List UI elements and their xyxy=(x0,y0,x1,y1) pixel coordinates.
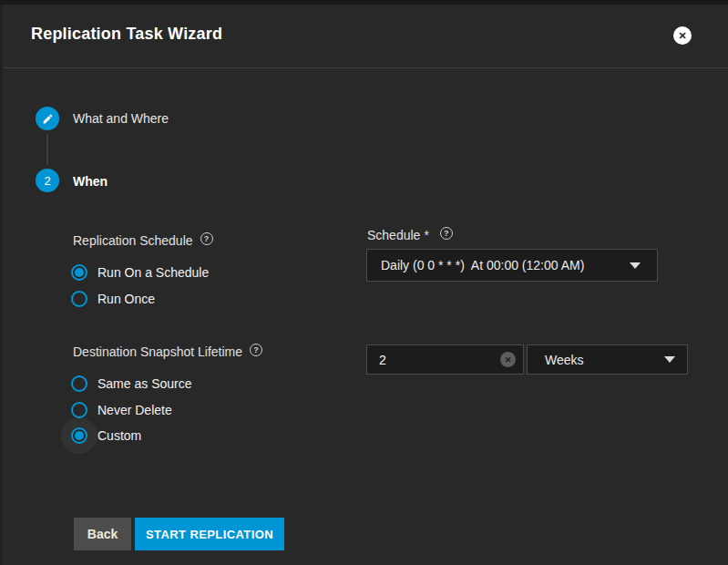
back-button[interactable]: Back xyxy=(74,518,131,550)
radio-button-icon[interactable] xyxy=(71,427,87,444)
radio-button-icon[interactable] xyxy=(71,402,87,418)
schedule-label: Schedule xyxy=(367,228,420,242)
header-divider xyxy=(4,67,728,68)
circle-clear-icon: ✕ xyxy=(505,355,512,365)
clear-input-button[interactable]: ✕ xyxy=(500,352,516,367)
radio-same-as-source[interactable]: Same as Source xyxy=(71,375,192,392)
start-replication-button[interactable]: START REPLICATION xyxy=(135,518,284,550)
lifetime-label: Destination Snapshot Lifetime xyxy=(73,344,242,359)
radio-run-once[interactable]: Run Once xyxy=(71,291,155,307)
window-left-edge xyxy=(0,5,3,565)
radio-run-once-label: Run Once xyxy=(97,292,155,306)
lifetime-value-field: ✕ xyxy=(366,344,524,375)
step-2-number: 2 xyxy=(44,174,50,188)
lifetime-unit-value: Weeks xyxy=(545,353,664,367)
pencil-edit-icon xyxy=(42,113,54,125)
radio-never-delete[interactable]: Never Delete xyxy=(71,402,172,418)
help-outline-icon[interactable]: ? xyxy=(200,232,213,245)
page-title: Replication Task Wizard xyxy=(31,25,222,44)
step-1-indicator[interactable] xyxy=(36,107,59,130)
window-top-edge xyxy=(0,0,728,5)
radio-button-icon[interactable] xyxy=(71,291,87,307)
stepper-connector xyxy=(46,134,48,165)
close-icon: ✕ xyxy=(678,31,686,41)
lifetime-value-input[interactable] xyxy=(379,353,500,367)
schedule-label-row: Schedule * ? xyxy=(367,228,453,242)
radio-same-as-source-label: Same as Source xyxy=(97,376,192,391)
radio-custom[interactable]: Custom xyxy=(71,427,141,444)
radio-never-delete-label: Never Delete xyxy=(97,403,172,417)
close-button[interactable]: ✕ xyxy=(673,26,692,45)
help-outline-icon[interactable]: ? xyxy=(440,227,453,240)
schedule-select-value: Daily (0 0 * * *) At 00:00 (12:00 AM) xyxy=(381,258,630,272)
replication-schedule-label-row: Replication Schedule ? xyxy=(73,233,213,248)
replication-schedule-label: Replication Schedule xyxy=(73,233,193,248)
caret-down-icon xyxy=(630,262,641,269)
radio-run-on-a-schedule[interactable]: Run On a Schedule xyxy=(71,264,209,281)
lifetime-label-row: Destination Snapshot Lifetime ? xyxy=(73,344,262,359)
radio-run-on-a-schedule-label: Run On a Schedule xyxy=(97,265,209,280)
replication-task-wizard-dialog: Replication Task Wizard ✕ What and Where… xyxy=(0,0,728,565)
required-asterisk: * xyxy=(424,228,428,242)
help-outline-icon[interactable]: ? xyxy=(250,344,262,356)
step-1-label[interactable]: What and Where xyxy=(73,111,169,126)
radio-button-icon[interactable] xyxy=(71,375,87,392)
step-2-indicator[interactable]: 2 xyxy=(36,169,59,192)
caret-down-icon xyxy=(664,356,675,363)
radio-custom-label: Custom xyxy=(97,428,141,443)
lifetime-unit-select[interactable]: Weeks xyxy=(527,344,688,375)
radio-button-icon[interactable] xyxy=(71,264,87,281)
step-2-label[interactable]: When xyxy=(73,174,108,189)
schedule-select[interactable]: Daily (0 0 * * *) At 00:00 (12:00 AM) xyxy=(366,249,658,282)
